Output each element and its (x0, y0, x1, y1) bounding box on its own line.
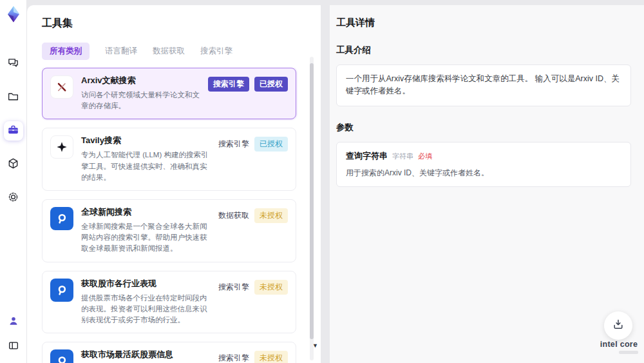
sidebar-item-account[interactable] (4, 313, 23, 332)
intro-card: 一个用于从Arxiv存储库搜索科学论文和文章的工具。 输入可以是Arxiv ID… (336, 64, 631, 106)
gear-icon (7, 191, 19, 206)
icon-rail (0, 0, 27, 363)
sidebar-collapse[interactable] (4, 337, 23, 357)
blue-q-search-icon (50, 349, 73, 363)
tool-name: 获取市场最活跃股票信息 (81, 349, 213, 360)
tool-description: 专为人工智能代理 (LLM) 构建的搜索引擎工具。可快速提供实时、准确和真实的结… (81, 150, 213, 183)
brand-subtag (619, 351, 638, 354)
sidebar-item-chat[interactable] (4, 54, 23, 74)
page-title: 工具集 (42, 17, 305, 30)
tool-description: 全球新闻搜索是一个聚合全球各大新闻网站内容的搜索引擎。帮助用户快速获取全球最新资… (81, 221, 213, 255)
param-name: 查询字符串 (346, 150, 388, 162)
blue-q-search-icon (50, 207, 73, 230)
panel-toggle-icon (8, 340, 19, 354)
list-scrollbar[interactable] (310, 57, 314, 360)
brand-text: intel core (600, 340, 638, 349)
intro-heading: 工具介绍 (336, 44, 631, 56)
tool-name: Arxiv文献搜索 (81, 75, 203, 86)
blue-q-search-icon (50, 279, 73, 302)
tab-translation[interactable]: 语言翻译 (105, 43, 137, 60)
detail-title: 工具详情 (336, 17, 631, 29)
tool-list: Arxiv文献搜索 访问各个研究领域大量科学论文和文章的存储库。 搜索引擎 已授… (42, 68, 305, 363)
sidebar-item-settings[interactable] (4, 188, 23, 208)
tool-category-badge: 搜索引擎 (218, 353, 249, 363)
scrollbar-down-arrow[interactable]: ▼ (312, 343, 318, 349)
tool-status-badge: 未授权 (254, 280, 288, 295)
tool-detail-panel: 工具详情 工具介绍 一个用于从Arxiv存储库搜索科学论文和文章的工具。 输入可… (330, 5, 644, 363)
cube-icon (7, 157, 19, 172)
tool-card[interactable]: Tavily搜索 专为人工智能代理 (LLM) 构建的搜索引擎工具。可快速提供实… (42, 128, 296, 191)
param-card: 查询字符串 字符串 必填 用于搜索的Arxiv ID、关键字或作者姓名。 (336, 142, 631, 187)
user-icon (8, 315, 19, 329)
tool-name: 获取股市各行业表现 (81, 279, 213, 289)
tool-category-badge: 搜索引擎 (218, 282, 249, 293)
tab-all-categories[interactable]: 所有类别 (42, 43, 90, 60)
sidebar-item-files[interactable] (4, 88, 23, 107)
tool-name: 全球新闻搜索 (81, 207, 213, 218)
tab-data-fetch[interactable]: 数据获取 (153, 43, 185, 60)
app-window: 工具集 所有类别 语言翻译 数据获取 搜索引擎 Arxiv文献搜索 访问各个研究… (0, 0, 644, 363)
arxiv-chi-icon (50, 75, 73, 99)
params-heading: 参数 (336, 122, 631, 133)
param-desc: 用于搜索的Arxiv ID、关键字或作者姓名。 (346, 168, 621, 179)
sidebar-item-toolbox[interactable] (4, 121, 23, 141)
tools-panel: 工具集 所有类别 语言翻译 数据获取 搜索引擎 Arxiv文献搜索 访问各个研究… (27, 5, 321, 363)
param-type: 字符串 (392, 152, 413, 161)
category-tabs: 所有类别 语言翻译 数据获取 搜索引擎 (42, 43, 305, 60)
tool-card[interactable]: 获取市场最活跃股票信息 提供当天交易量最高的股票列表，投资者可以利用这些信息来识… (42, 342, 296, 363)
tool-description: 提供股票市场各个行业在特定时间段内的表现。投资者可以利用这些信息来识别表现优于或… (81, 293, 213, 326)
briefcase-icon (7, 124, 19, 139)
scrollbar-thumb[interactable] (310, 63, 314, 339)
app-logo[interactable] (5, 5, 23, 23)
tavily-star-icon (50, 135, 73, 159)
folder-icon (7, 90, 19, 105)
tool-card[interactable]: Arxiv文献搜索 访问各个研究领域大量科学论文和文章的存储库。 搜索引擎 已授… (42, 68, 296, 119)
download-button[interactable] (604, 311, 632, 340)
intel-core-logo: intel core (597, 340, 641, 354)
tool-description: 访问各个研究领域大量科学论文和文章的存储库。 (81, 90, 203, 112)
sidebar-item-plugins[interactable] (4, 155, 23, 174)
tool-card[interactable]: 全球新闻搜索 全球新闻搜索是一个聚合全球各大新闻网站内容的搜索引擎。帮助用户快速… (42, 199, 296, 262)
chat-icon (7, 57, 19, 72)
tool-category-badge: 搜索引擎 (218, 139, 249, 150)
param-required-badge: 必填 (418, 152, 432, 161)
tab-search-engine[interactable]: 搜索引擎 (200, 43, 232, 60)
tool-status-badge: 已授权 (254, 137, 288, 152)
tool-status-badge: 未授权 (254, 208, 288, 223)
tool-category-badge: 搜索引擎 (208, 77, 249, 92)
tool-category-badge: 数据获取 (218, 210, 249, 221)
intro-text: 一个用于从Arxiv存储库搜索科学论文和文章的工具。 输入可以是Arxiv ID… (346, 73, 621, 98)
tool-status-badge: 未授权 (254, 351, 288, 363)
tool-card[interactable]: 获取股市各行业表现 提供股票市场各个行业在特定时间段内的表现。投资者可以利用这些… (42, 271, 296, 334)
tool-name: Tavily搜索 (81, 135, 213, 146)
download-tray-icon (612, 318, 625, 333)
tool-status-badge: 已授权 (254, 77, 288, 92)
